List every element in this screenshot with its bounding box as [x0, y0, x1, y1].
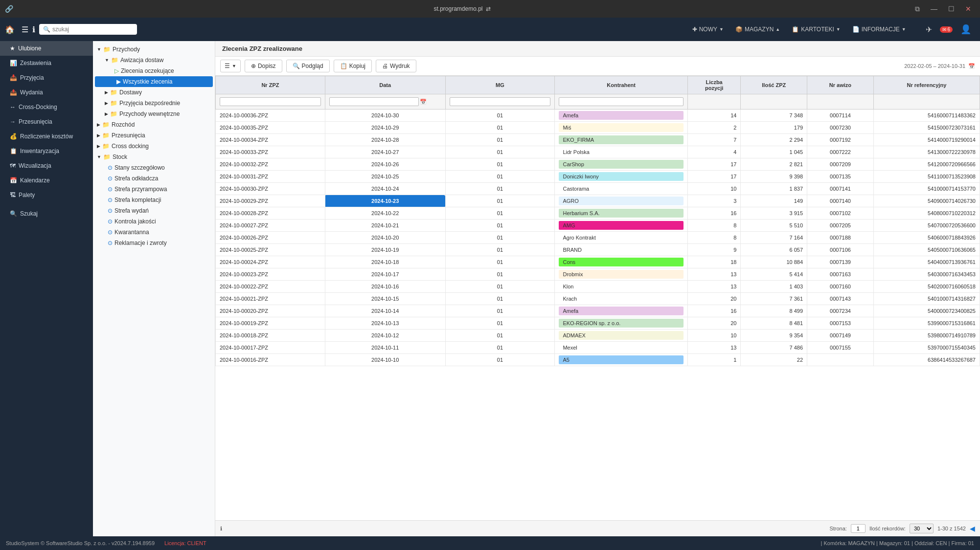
tree-zlecenia-oczekujace[interactable]: ▷ Zlecenia oczekujące [93, 66, 215, 76]
tree-dostawy[interactable]: ▶ 📁 Dostawy [93, 87, 215, 98]
tree-stock[interactable]: ▼ 📁 Stock [93, 152, 215, 162]
tree-przychody-wewnetrzne[interactable]: ▶ 📁 Przychody wewnętrzne [93, 109, 215, 119]
tree-awizacja-dostaw[interactable]: ▼ 📁 Awizacja dostaw [93, 55, 215, 66]
col-mg[interactable]: MG [445, 76, 555, 94]
kopiuj-button[interactable]: 📋 Kopiuj [334, 60, 372, 72]
tree-strefa-kompletacji[interactable]: ⊙ Strefa kompletacji [93, 195, 215, 205]
filter-data[interactable] [329, 97, 419, 106]
tree-cross-docking[interactable]: ▶ 📁 Cross docking [93, 141, 215, 152]
sidebar-item-wizualizacja[interactable]: 🗺 Wizualizacja [0, 158, 93, 173]
table-row[interactable]: 2024-10-00036-ZPZ2024-10-3001Amefa147 34… [216, 110, 980, 122]
sidebar-item-szukaj[interactable]: 🔍 Szukaj [0, 206, 93, 221]
info-footer-icon[interactable]: ℹ [220, 526, 222, 532]
col-ilosc-zpz[interactable]: Ilość ZPZ [741, 76, 807, 94]
tree-stany-szczegolowo[interactable]: ⊙ Stany szczegółowo [93, 162, 215, 173]
filter-mg[interactable] [450, 97, 551, 106]
table-row[interactable]: 2024-10-00033-ZPZ2024-10-2701Lidr Polska… [216, 146, 980, 158]
filter-kontrahent[interactable] [559, 97, 683, 106]
tree-kwarantanna[interactable]: ⊙ Kwarantanna [93, 227, 215, 238]
nav-kartoteki[interactable]: 📋 KARTOTEKI ▼ [788, 24, 844, 35]
table-row[interactable]: 2024-10-00026-ZPZ2024-10-2001Agro Kontra… [216, 232, 980, 244]
search-box[interactable]: 🔍 [39, 24, 137, 35]
table-row[interactable]: 2024-10-00017-ZPZ2024-10-1101Mexel137 48… [216, 342, 980, 354]
table-row[interactable]: 2024-10-00023-ZPZ2024-10-1701Drobmix135 … [216, 268, 980, 281]
wydruk-button[interactable]: 🖨 Wydruk [376, 60, 416, 72]
page-input[interactable] [851, 524, 866, 533]
sidebar-item-zestawienia[interactable]: 📊 Zestawienia [0, 56, 93, 70]
nav-informacje[interactable]: 📄 INFORMACJE ▼ [848, 24, 910, 35]
notification-badge[interactable]: ✉ 6 [940, 26, 953, 33]
table-row[interactable]: 2024-10-00021-ZPZ2024-10-1501Krach207 36… [216, 293, 980, 305]
sidebar-item-rozliczenie-kosztow[interactable]: 💰 Rozliczenie kosztów [0, 129, 93, 144]
sidebar-item-palety[interactable]: 🏗 Palety [0, 188, 93, 202]
tree-kontrola-jakosci[interactable]: ⊙ Kontrola jakości [93, 216, 215, 227]
sidebar-item-inwentaryzacja[interactable]: 📋 Inwentaryzacja [0, 144, 93, 158]
tree-przyjecia-bezposrednie[interactable]: ▶ 📁 Przyjęcia bezpośrednie [93, 98, 215, 109]
cross-icon: ↔ [10, 104, 16, 110]
col-nr-zpz[interactable]: Nr ZPZ [216, 76, 325, 94]
col-liczba-pozycji[interactable]: Liczbapozycji [687, 76, 741, 94]
nav-magazyn[interactable]: 📦 MAGAZYN ▲ [731, 24, 784, 35]
table-row[interactable]: 2024-10-00024-ZPZ2024-10-1801Cons1810 88… [216, 256, 980, 268]
tree-rozchod[interactable]: ▶ 📁 Rozchód [93, 119, 215, 130]
user-icon[interactable]: 👤 [957, 22, 975, 37]
tree-strefa-odkladcza[interactable]: ⊙ Strefa odkładcza [93, 173, 215, 184]
table-row[interactable]: 2024-10-00022-ZPZ2024-10-1601Klon131 403… [216, 281, 980, 293]
table-row[interactable]: 2024-10-00019-ZPZ2024-10-1301EKO-REGION … [216, 317, 980, 330]
table-row[interactable]: 2024-10-00028-ZPZ2024-10-2201Herbarium S… [216, 207, 980, 220]
table-row[interactable]: 2024-10-00018-ZPZ2024-10-1201ADMAEX109 3… [216, 330, 980, 342]
sidebar-item-kalendarze[interactable]: 📅 Kalendarze [0, 173, 93, 188]
table-row[interactable]: 2024-10-00034-ZPZ2024-10-2801EKO_FIRMA72… [216, 134, 980, 146]
records-per-page-select[interactable]: 30 50 100 [910, 524, 934, 533]
dopisz-button[interactable]: ⊕ Dopisz [245, 60, 282, 72]
sidebar-item-przyjecia[interactable]: 📥 Przyjęcia [0, 70, 93, 85]
list-icon[interactable]: ☰ [22, 25, 28, 34]
table-row[interactable]: 2024-10-00020-ZPZ2024-10-1401Amefa168 49… [216, 305, 980, 317]
sidebar-item-ulubione[interactable]: ★ Ulubione [0, 41, 93, 56]
tree-strefa-przyrampowa[interactable]: ⊙ Strefa przyrampowa [93, 184, 215, 195]
search-input[interactable] [52, 26, 121, 33]
tree-label: Strefa odkładcza [114, 175, 158, 182]
table-row[interactable]: 2024-10-00025-ZPZ2024-10-1901BRAND96 057… [216, 244, 980, 256]
tree-przychody[interactable]: ▼ 📁 Przychody [93, 44, 215, 55]
calendar-toolbar-icon[interactable]: 📅 [968, 63, 975, 69]
home-icon[interactable]: 🏠 [5, 25, 15, 34]
cell-liczba-pozycji: 2 [687, 122, 741, 134]
table-row[interactable]: 2024-10-00027-ZPZ2024-10-2101AMG85 51000… [216, 220, 980, 232]
tile-button[interactable]: ⧉ [911, 4, 924, 14]
filter-nr-zpz[interactable] [220, 97, 321, 106]
tree-reklamacje-i-zwroty[interactable]: ⊙ Reklamacje i zwroty [93, 238, 215, 248]
info-nav-icon[interactable]: ℹ [32, 25, 35, 34]
table-row[interactable]: 2024-10-00032-ZPZ2024-10-2601CarShop172 … [216, 158, 980, 171]
close-button[interactable]: ✕ [961, 4, 975, 14]
cell-nr-awizo: 0007155 [807, 342, 874, 354]
sidebar-item-cross-docking[interactable]: ↔ Cross-Docking [0, 100, 93, 114]
menu-button[interactable]: ☰ ▼ [220, 60, 241, 72]
inbox-icon: 📥 [10, 74, 17, 81]
tree-wszystkie-zlecenia[interactable]: ▶ Wszystkie zlecenia [95, 76, 213, 87]
table-row[interactable]: 2024-10-00029-ZPZ2024-10-2301AGRO3149000… [216, 195, 980, 207]
sidebar-item-wydania[interactable]: 📤 Wydania [0, 85, 93, 100]
col-kontrahent[interactable]: Kontrahent [555, 76, 687, 94]
cell-liczba-pozycji: 13 [687, 268, 741, 281]
flight-icon[interactable]: ✈ [922, 23, 936, 36]
col-nr-referencyjny[interactable]: Nr referencyjny [873, 76, 980, 94]
maximize-button[interactable]: ☐ [944, 4, 958, 14]
col-data[interactable]: Data [325, 76, 445, 94]
filter-calendar-icon[interactable]: 📅 [420, 99, 427, 105]
cell-nr-referencyjny: 5407000720536600 [873, 220, 980, 232]
table-row[interactable]: 2024-10-00030-ZPZ2024-10-2401Castorama10… [216, 183, 980, 195]
podglad-button[interactable]: 🔍 Podgląd [286, 60, 330, 72]
table-row[interactable]: 2024-10-00031-ZPZ2024-10-2501Doniczki Iw… [216, 171, 980, 183]
table-row[interactable]: 2024-10-00035-ZPZ2024-10-2901Miś21790007… [216, 122, 980, 134]
tree-strefa-wydan[interactable]: ⊙ Strefa wydań [93, 205, 215, 216]
col-nr-awizo[interactable]: Nr awizo [807, 76, 874, 94]
minimize-button[interactable]: — [927, 4, 941, 14]
folder-icon: 📁 [102, 143, 110, 150]
prev-page-button[interactable]: ◀ [970, 525, 975, 532]
window-controls[interactable]: ⧉ — ☐ ✕ [911, 4, 975, 14]
table-row[interactable]: 2024-10-00016-ZPZ2024-10-1001A5122638641… [216, 354, 980, 366]
tree-przesuniecia[interactable]: ▶ 📁 Przesunięcia [93, 130, 215, 141]
nav-nowy[interactable]: ✚ NOWY ▼ [688, 24, 728, 35]
sidebar-item-przesuniecia[interactable]: → Przesunięcia [0, 114, 93, 129]
